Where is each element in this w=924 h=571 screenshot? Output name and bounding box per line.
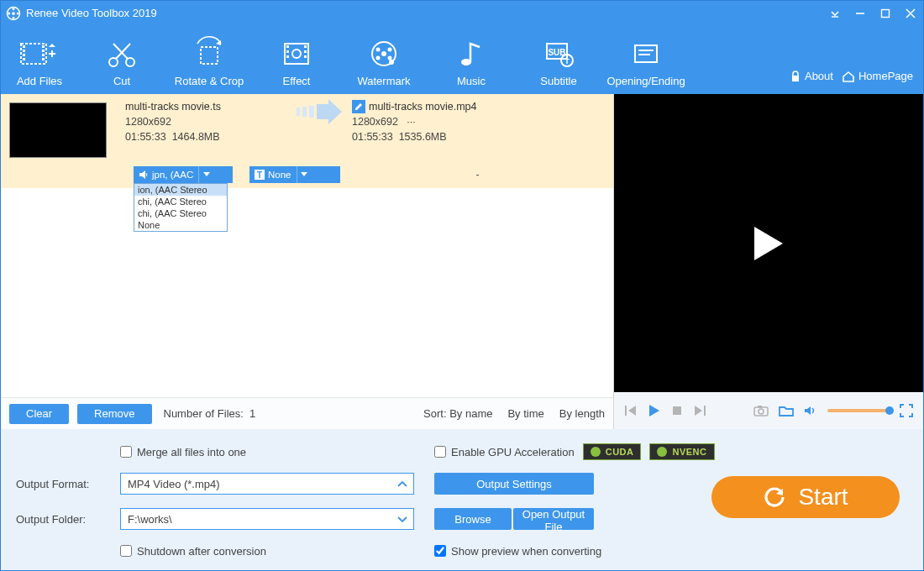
stop-button[interactable] [671,405,683,416]
file-list: multi-tracks movie.ts 1280x692 01:55:33 … [1,94,613,397]
chevron-up-icon [398,478,407,490]
file-row[interactable]: multi-tracks movie.ts 1280x692 01:55:33 … [1,94,613,163]
svg-rect-52 [625,406,627,416]
rotate-crop-button[interactable]: Rotate & Crop [165,38,253,94]
shutdown-checkbox[interactable]: Shutdown after conversion [120,545,414,558]
cut-button[interactable]: Cut [78,38,165,94]
close-button[interactable] [898,1,923,25]
svg-point-37 [376,56,381,60]
audio-track-dropdown[interactable]: jpn, (AAC [134,166,233,183]
homepage-link[interactable]: HomePage [842,70,913,82]
file-list-panel: multi-tracks movie.ts 1280x692 01:55:33 … [1,94,614,429]
audio-option[interactable]: None [134,219,227,231]
add-files-button[interactable]: Add Files [1,38,78,94]
sort-by-name[interactable]: By name [449,407,492,420]
prev-button[interactable] [624,405,638,416]
text-icon: T [255,170,265,180]
svg-rect-19 [42,58,45,60]
title-bar: Renee Video Toolbox 2019 [1,1,923,25]
sort-by-time[interactable]: By time [507,407,543,420]
music-button[interactable]: Music [428,38,515,94]
svg-rect-15 [23,58,25,60]
play-overlay-icon [754,227,783,260]
nvenc-badge: NVENC [649,443,714,460]
audio-option[interactable]: chi, (AAC Stereo [134,207,227,219]
player-controls [614,392,923,429]
volume-slider[interactable] [827,409,890,412]
output-folder-combo[interactable]: F:\works\ [120,508,414,530]
clear-button[interactable]: Clear [9,404,69,424]
svg-point-39 [389,60,394,65]
browse-button[interactable]: Browse [434,508,512,530]
output-settings-button[interactable]: Output Settings [434,473,594,495]
audio-option[interactable]: chi, (AAC Stereo [134,196,227,207]
sort-controls: Sort: By name By time By length [423,407,605,420]
app-logo-icon [6,6,21,21]
watermark-button[interactable]: Watermark [340,38,428,94]
source-duration-size: 01:55:33 1464.8MB [125,129,286,144]
svg-point-38 [388,56,392,60]
edit-icon [352,100,365,113]
destination-info: multi-tracks movie.mp4 1280x692 ··· 01:5… [352,99,606,144]
effect-label: Effect [282,75,310,87]
output-format-combo[interactable]: MP4 Video (*.mp4) [120,473,414,495]
volume-knob[interactable] [885,406,894,415]
remove-button[interactable]: Remove [77,404,151,424]
open-output-file-button[interactable]: Open Output File [513,508,594,530]
destination-filename[interactable]: multi-tracks movie.mp4 [352,99,606,114]
track-placeholder: - [349,169,606,181]
svg-point-1 [12,12,15,15]
svg-point-4 [8,12,10,14]
video-preview[interactable] [614,94,923,392]
svg-rect-13 [23,50,25,52]
dropdown-arrow-icon [198,166,213,183]
start-button[interactable]: Start [711,476,900,518]
effect-button[interactable]: Effect [253,38,340,94]
svg-point-21 [126,58,134,66]
about-link[interactable]: About [790,70,833,82]
svg-rect-18 [42,54,45,56]
svg-rect-28 [286,55,289,58]
music-note-icon [454,38,488,70]
svg-rect-14 [23,54,25,56]
source-filename: multi-tracks movie.ts [125,99,286,114]
audio-track-options[interactable]: ion, (AAC Stereo chi, (AAC Stereo chi, (… [134,183,228,232]
svg-rect-29 [304,45,307,48]
maximize-button[interactable] [873,1,898,25]
filmstrip-plus-icon [18,38,60,70]
open-folder-button[interactable] [779,405,794,416]
speaker-icon [139,170,149,180]
svg-point-35 [376,48,381,52]
subtitle-icon: SUBT [542,38,575,70]
svg-rect-49 [297,107,300,116]
svg-rect-26 [286,45,289,48]
source-resolution: 1280x692 [125,114,286,129]
rotate-crop-icon [192,38,226,70]
svg-rect-53 [673,406,681,415]
subtitle-button[interactable]: SUBT Subtitle [515,38,602,94]
gpu-accel-checkbox[interactable]: Enable GPU Acceleration [434,446,575,458]
volume-button[interactable] [804,405,817,416]
nvidia-eye-icon [657,447,667,457]
destination-duration-size: 01:55:33 1535.6MB [352,129,606,144]
output-format-label: Output Format: [16,478,115,490]
next-button[interactable] [693,405,706,416]
merge-files-checkbox[interactable]: Merge all files into one [120,446,414,458]
opening-ending-button[interactable]: Opening/Ending [602,38,690,94]
chevron-down-icon [398,513,407,526]
subtitle-track-dropdown[interactable]: T None [249,166,340,183]
svg-line-23 [113,44,128,59]
source-info: multi-tracks movie.ts 1280x692 01:55:33 … [125,99,286,144]
snapshot-button[interactable] [753,405,769,416]
sort-by-length[interactable]: By length [559,407,605,420]
audio-option[interactable]: ion, (AAC Stereo [134,184,227,196]
svg-text:T: T [564,57,570,65]
refresh-icon [763,485,786,509]
output-folder-label: Output Folder: [16,513,115,526]
menu-dropdown-button[interactable] [822,1,848,25]
show-preview-checkbox[interactable]: Show preview when converting [434,545,908,558]
minimize-button[interactable] [848,1,873,25]
svg-rect-54 [704,406,706,416]
play-button[interactable] [648,404,661,417]
fullscreen-button[interactable] [900,404,913,417]
